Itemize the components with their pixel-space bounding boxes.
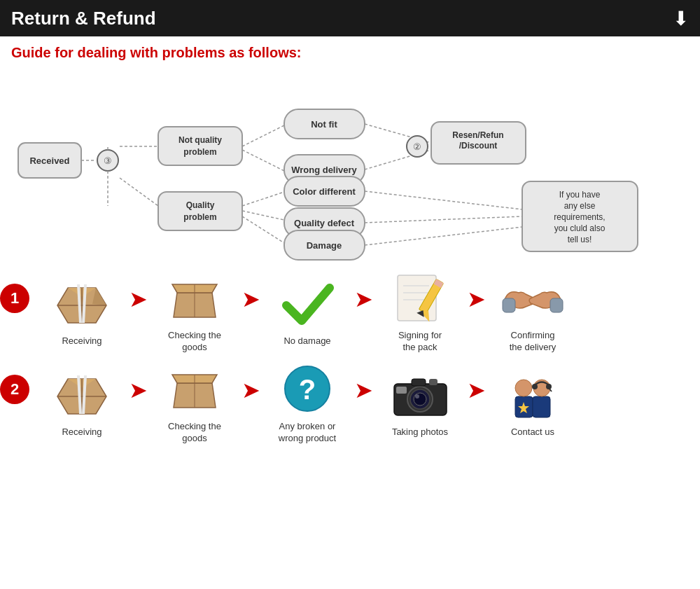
svg-text:problem: problem <box>183 147 216 157</box>
arrow-1-1: ➤ <box>129 286 148 312</box>
svg-text:requirements,: requirements, <box>554 212 605 222</box>
svg-line-17 <box>242 192 284 206</box>
arrow-2-3: ➤ <box>354 377 373 403</box>
receiving-label-2: Receiving <box>62 427 102 438</box>
svg-rect-65 <box>550 298 563 312</box>
svg-text:Wrong delivery: Wrong delivery <box>291 165 357 175</box>
signing-label: Signing forthe pack <box>398 330 442 354</box>
arrow-2-2: ➤ <box>241 377 260 403</box>
svg-point-81 <box>415 394 419 399</box>
svg-line-15 <box>242 125 284 146</box>
svg-text:Resen/Refun: Resen/Refun <box>452 130 503 140</box>
checking-label-1: Checking thegoods <box>168 330 221 354</box>
svg-line-34 <box>365 191 522 209</box>
header-title: Return & Refund <box>11 8 156 29</box>
photos-label: Taking photos <box>392 427 448 438</box>
svg-text:③: ③ <box>104 155 112 166</box>
main-container: Return & Refund ⬇ Guide for dealing with… <box>0 0 700 589</box>
arrow-1-3: ➤ <box>354 286 373 312</box>
receiving-icon-1 <box>47 275 117 331</box>
header: Return & Refund ⬇ <box>0 0 700 36</box>
svg-point-89 <box>532 384 538 389</box>
svg-point-80 <box>414 393 426 406</box>
svg-text:any else: any else <box>564 201 596 211</box>
arrow-1-2: ➤ <box>241 286 260 312</box>
svg-text:?: ? <box>299 374 316 405</box>
nodamage-label: No damage <box>284 335 330 347</box>
flowchart-svg: Received ③ Not quality problem Quality p… <box>11 69 689 262</box>
step-photos: Taking photos <box>374 366 465 438</box>
svg-rect-9 <box>158 127 242 165</box>
svg-line-35 <box>365 216 522 223</box>
flowchart-section: Received ③ Not quality problem Quality p… <box>0 67 700 270</box>
step-signing-1: Signing forthe pack <box>374 270 465 354</box>
svg-text:Not quality: Not quality <box>178 135 222 145</box>
svg-rect-83 <box>429 379 438 385</box>
step-broken: ? Any broken orwrong product <box>262 361 353 445</box>
receiving-icon-2 <box>47 366 117 422</box>
svg-text:Quality defect: Quality defect <box>294 218 355 228</box>
svg-rect-64 <box>503 298 515 312</box>
step-contact: Contact us <box>487 366 578 438</box>
header-arrow-icon: ⬇ <box>673 7 689 30</box>
flowchart-wrapper: Received ③ Not quality problem Quality p… <box>11 69 689 262</box>
step-checking-1: Checking thegoods <box>149 270 240 354</box>
box-open-2-icon <box>167 362 223 415</box>
box-open-icon <box>167 272 223 324</box>
step-number-1: 1 <box>0 284 29 313</box>
camera-device-icon <box>391 368 450 421</box>
svg-point-86 <box>515 380 532 396</box>
checking-icon-2 <box>160 361 230 417</box>
confirming-label: Confirmingthe delivery <box>510 330 556 354</box>
box-closed-2-icon <box>54 368 110 421</box>
svg-rect-82 <box>412 379 426 386</box>
svg-line-16 <box>242 150 284 171</box>
svg-text:you cluld also: you cluld also <box>554 223 606 233</box>
svg-line-19 <box>242 216 284 243</box>
arrow-1-4: ➤ <box>467 286 486 312</box>
contact-label: Contact us <box>511 427 554 438</box>
svg-text:Received: Received <box>29 155 69 166</box>
customer-service-icon <box>501 368 564 421</box>
svg-text:Damage: Damage <box>307 240 342 251</box>
handshake-icon <box>501 272 564 324</box>
arrow-2-4: ➤ <box>467 377 486 403</box>
checkmark-icon <box>279 277 335 330</box>
step-checking-2: Checking thegoods <box>149 361 240 445</box>
step-receiving-2: Receiving <box>36 366 127 438</box>
steps-row-2: 2 Receiving ➤ <box>0 361 700 445</box>
question-mark-icon: ? <box>279 362 335 415</box>
svg-line-6 <box>120 178 158 206</box>
svg-text:problem: problem <box>183 212 216 222</box>
svg-text:Quality: Quality <box>186 200 215 210</box>
step-nodamage-1: No damage <box>262 275 353 347</box>
pencil-paper-icon <box>391 272 450 324</box>
step-number-2: 2 <box>0 375 29 404</box>
subtitle: Guide for dealing with problems as follo… <box>0 36 700 67</box>
svg-text:If you have: If you have <box>559 190 601 200</box>
steps-items-1: Receiving ➤ Checking thegoods ➤ <box>36 270 700 354</box>
arrow-2-1: ➤ <box>129 377 148 403</box>
svg-rect-87 <box>533 396 550 417</box>
svg-rect-12 <box>158 192 242 230</box>
box-closed-icon <box>54 277 110 330</box>
svg-text:②: ② <box>413 141 421 152</box>
svg-rect-84 <box>396 387 407 394</box>
svg-text:Not fit: Not fit <box>311 119 337 130</box>
steps-items-2: Receiving ➤ Checking thegoods ➤ <box>36 361 700 445</box>
question-icon: ? <box>272 361 342 417</box>
broken-label: Any broken orwrong product <box>279 421 336 445</box>
contact-icon <box>498 366 568 422</box>
svg-text:/Discount: /Discount <box>459 141 498 151</box>
svg-line-36 <box>365 227 522 245</box>
svg-text:Color different: Color different <box>293 186 356 197</box>
confirming-icon <box>498 270 568 326</box>
step-receiving-1: Receiving <box>36 275 127 347</box>
checking-label-2: Checking thegoods <box>168 421 221 445</box>
signing-icon <box>385 270 455 326</box>
receiving-label-1: Receiving <box>62 335 102 347</box>
camera-icon <box>385 366 455 422</box>
steps-row-1: 1 Receiving <box>0 270 700 354</box>
step-confirming-1: Confirmingthe delivery <box>487 270 578 354</box>
checking-icon-1 <box>160 270 230 326</box>
